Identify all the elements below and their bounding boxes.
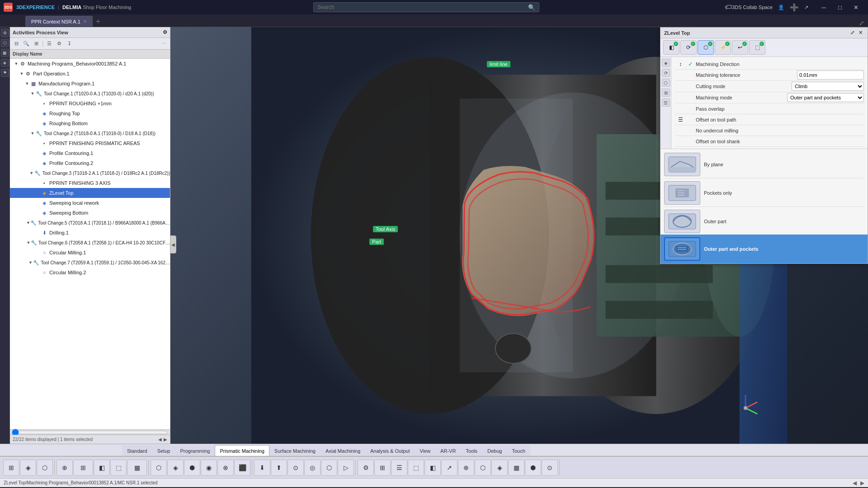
- tree-item-circular-2[interactable]: ○ Circular Milling.2: [10, 267, 170, 277]
- mode-thumb-outer[interactable]: [664, 210, 700, 233]
- tb-btn-mill2[interactable]: ◈: [167, 460, 184, 476]
- strategy-btn[interactable]: ⟳ ✓: [680, 40, 697, 55]
- tree-item-profile-2[interactable]: ◈ Profile Contouring.2: [10, 158, 170, 168]
- left-icon-2[interactable]: ⬡: [1, 39, 9, 47]
- si-btn-3[interactable]: ⬡: [662, 79, 670, 87]
- tree-item-tc5[interactable]: ▼ 🔧 Tool Change.5 (T2018 A.1 (T2018.1) /…: [10, 218, 170, 228]
- tree-item-tc7[interactable]: ▼ 🔧 Tool Change.7 (T2059 A.1 (T2059.1) /…: [10, 258, 170, 267]
- si-btn-2[interactable]: ⟳: [662, 69, 670, 77]
- machining-mode-select[interactable]: Outer part and pockets By plane Pockets …: [787, 93, 864, 102]
- tb-btn-op3[interactable]: ◧: [94, 460, 110, 476]
- tb-btn-drill5[interactable]: ⬡: [321, 460, 337, 476]
- tree-item-zlevel-top[interactable]: ◈ ZLevel Top: [10, 188, 170, 198]
- tb-btn-extra2[interactable]: ⊞: [374, 460, 391, 476]
- tb-btn-drill3[interactable]: ⊙: [288, 460, 304, 476]
- search-bar[interactable]: 🔍: [313, 2, 539, 12]
- tb-btn-extra7[interactable]: ⊕: [458, 460, 474, 476]
- toolbar-filter-btn[interactable]: ⊟: [12, 40, 21, 48]
- tb-btn-op5[interactable]: ▦: [127, 460, 147, 476]
- tb-btn-extra8[interactable]: ⬡: [475, 460, 491, 476]
- tree-item-sweeping-local[interactable]: ◈ Sweeping local rework: [10, 198, 170, 208]
- btab-debug[interactable]: Debug: [482, 445, 507, 456]
- tree-item-mfg-prog[interactable]: ▼ ▦ Manufacturing Program.1: [10, 79, 170, 89]
- tb-btn-drill6[interactable]: ▷: [338, 460, 354, 476]
- toolbar-settings-btn[interactable]: ⚙: [55, 40, 64, 48]
- btab-axial[interactable]: Axial Machining: [321, 445, 365, 456]
- zlevel-expand-btn[interactable]: ⤢: [849, 29, 856, 37]
- tree-item-root[interactable]: ▼ ⚙ Machining Programs_Behavior00013852 …: [10, 59, 170, 69]
- viewport[interactable]: limit line Tool Axis Part ZLevel Top ⤢ ✕…: [170, 27, 868, 444]
- btab-view[interactable]: View: [415, 445, 435, 456]
- toggle-tc1[interactable]: ▼: [30, 91, 35, 96]
- share-icon[interactable]: ↗: [804, 5, 808, 10]
- toggle-tc6[interactable]: ▼: [26, 240, 31, 245]
- tb-btn-extra11[interactable]: ⬢: [525, 460, 541, 476]
- maximize-button[interactable]: □: [832, 0, 848, 14]
- toggle-tc7[interactable]: ▼: [28, 260, 33, 265]
- tree-item-pprint2[interactable]: ▪ PPRINT FINISHING PRISMATIC AREAS: [10, 138, 170, 148]
- toolbar-search-btn[interactable]: 🔍: [22, 40, 31, 48]
- tb-btn-drill2[interactable]: ⬆: [271, 460, 287, 476]
- add-icon[interactable]: ➕: [790, 3, 799, 12]
- tree-item-roughing-top[interactable]: ◈ Roughing Top: [10, 108, 170, 118]
- tb-btn-extra10[interactable]: ▦: [508, 460, 524, 476]
- si-btn-4[interactable]: ⊞: [662, 89, 670, 97]
- toggle-tc2[interactable]: ▼: [30, 131, 35, 136]
- tree-item-pprint1[interactable]: ▪ PPRINT ROUGHING +1mm: [10, 99, 170, 108]
- tree-item-tc1[interactable]: ▼ 🔧 Tool Change.1 (T1020-0 A.1 (T1020-0)…: [10, 89, 170, 99]
- tb-btn-mill6[interactable]: ⬛: [234, 460, 250, 476]
- btab-touch[interactable]: Touch: [507, 445, 530, 456]
- panel-settings-icon[interactable]: ⚙: [163, 29, 167, 35]
- tree-item-profile-1[interactable]: ◈ Profile Contouring.1: [10, 148, 170, 158]
- btab-standard[interactable]: Standard: [122, 445, 152, 456]
- zlevel-close-btn[interactable]: ✕: [857, 29, 864, 37]
- btab-setup[interactable]: Setup: [152, 445, 175, 456]
- btab-programming[interactable]: Programming: [175, 445, 215, 456]
- btab-arvr[interactable]: AR-VR: [435, 445, 461, 456]
- btab-tools[interactable]: Tools: [461, 445, 482, 456]
- tb-btn-mill4[interactable]: ◉: [201, 460, 217, 476]
- minimize-button[interactable]: ─: [816, 0, 832, 14]
- tb-btn-mill1[interactable]: ⬡: [151, 460, 167, 476]
- tree-item-tc3[interactable]: ▼ 🔧 Tool Change.3 (T1018-2 A.1 (T1018-2)…: [10, 168, 170, 178]
- tb-btn-3d[interactable]: ◈: [20, 460, 36, 476]
- tb-btn-op2[interactable]: ⊞: [73, 460, 93, 476]
- statusbar-arrow-left[interactable]: ◀: [853, 480, 857, 486]
- tb-btn-extra5[interactable]: ◧: [425, 460, 441, 476]
- tb-btn-view[interactable]: ⬡: [37, 460, 53, 476]
- tree-container[interactable]: ▼ ⚙ Machining Programs_Behavior00013852 …: [10, 59, 170, 429]
- tab-close-icon[interactable]: ✕: [83, 19, 87, 24]
- tb-btn-extra3[interactable]: ☰: [391, 460, 407, 476]
- toolbar-export-btn[interactable]: ↧: [65, 40, 74, 48]
- geometry-btn[interactable]: ◧ ✓: [663, 40, 679, 55]
- search-input[interactable]: [317, 4, 526, 10]
- si-btn-1[interactable]: ◈: [662, 59, 670, 67]
- tb-btn-mill5[interactable]: ⊗: [217, 460, 234, 476]
- left-icon-5[interactable]: ⚑: [1, 69, 9, 77]
- machining-tolerance-input[interactable]: [797, 70, 864, 80]
- tb-btn-op4[interactable]: ⬚: [110, 460, 127, 476]
- tree-item-sweeping-bottom[interactable]: ◈ Sweeping Bottom: [10, 208, 170, 218]
- toolbar-more-btn[interactable]: ⋯: [159, 40, 168, 48]
- tb-btn-extra4[interactable]: ⬚: [408, 460, 424, 476]
- btab-surface[interactable]: Surface Machining: [269, 445, 321, 456]
- toolbar-expand-btn[interactable]: ⊞: [32, 40, 41, 48]
- tree-scroll-h[interactable]: [10, 429, 170, 435]
- tb-btn-drill1[interactable]: ⬇: [254, 460, 270, 476]
- panel-collapse-arrow[interactable]: ◀: [170, 235, 176, 253]
- si-btn-5[interactable]: ☰: [662, 99, 670, 107]
- btab-analysis[interactable]: Analysis & Output: [365, 445, 415, 456]
- tb-btn-extra12[interactable]: ⊙: [542, 460, 558, 476]
- user-icon[interactable]: 👤: [778, 5, 784, 10]
- scroll-left-btn[interactable]: ◀: [158, 437, 162, 442]
- left-icon-3[interactable]: ▦: [1, 49, 9, 57]
- mode-thumb-outer-pockets[interactable]: [664, 237, 700, 261]
- statusbar-arrow-right[interactable]: ▶: [860, 480, 864, 486]
- tb-btn-drill4[interactable]: ◎: [304, 460, 321, 476]
- cutting-mode-select[interactable]: Climb Conventional: [792, 82, 864, 91]
- tab-ppr-context[interactable]: PPR Context NSR A.1 ✕: [25, 16, 93, 27]
- mode-row-outer-pockets-selected[interactable]: Outer part and pockets: [660, 235, 868, 263]
- feeds-speeds-btn[interactable]: ⚡ ✓: [715, 40, 731, 55]
- tree-item-part-op[interactable]: ▼ ⚙ Part Operation.1: [10, 69, 170, 79]
- btab-prismatic[interactable]: Prismatic Machining: [215, 445, 269, 456]
